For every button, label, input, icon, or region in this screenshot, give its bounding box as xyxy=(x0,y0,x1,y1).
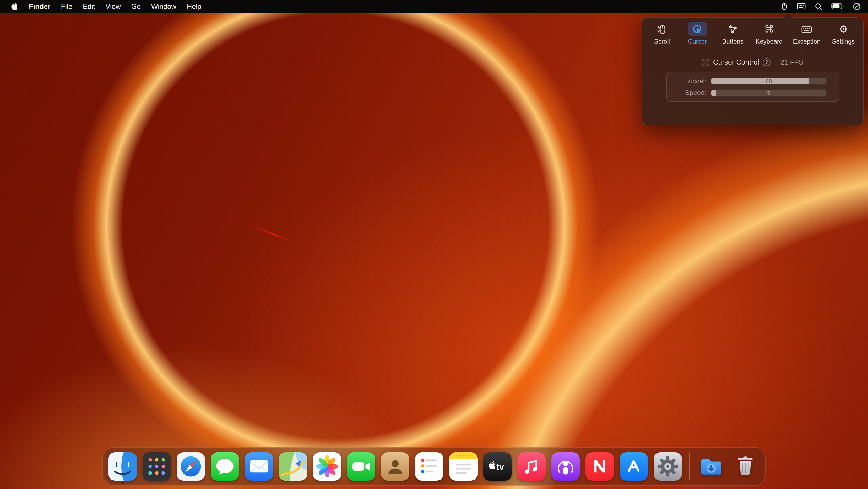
speed-value: 5 xyxy=(711,89,826,96)
dock: tv xyxy=(102,447,766,486)
gear-icon: ⚙ xyxy=(834,22,853,36)
dock-trash-icon[interactable] xyxy=(731,452,760,481)
menu-bar: Finder File Edit View Go Window Help xyxy=(0,0,868,12)
apple-logo-icon xyxy=(11,2,18,10)
mouse-status-icon[interactable] xyxy=(781,2,788,11)
speed-slider[interactable]: 5 xyxy=(711,89,827,96)
tab-cursor-label: Cursor xyxy=(688,38,707,45)
dock-finder-icon[interactable] xyxy=(108,452,137,481)
dock-separator xyxy=(689,453,690,480)
keyboard-icon xyxy=(797,22,816,36)
tab-exception-label: Exception xyxy=(793,38,820,45)
cursor-settings-group: Accel: 68 Speed: 5 xyxy=(666,72,839,102)
accel-row: Accel: 68 xyxy=(673,77,832,85)
cursor-control-row: Cursor Control ? 21 FPS xyxy=(642,58,863,66)
dock-facetime-icon[interactable] xyxy=(347,452,375,481)
tab-scroll[interactable]: Scroll xyxy=(649,22,675,45)
cursor-click-icon xyxy=(688,22,707,36)
app-menu-finder[interactable]: Finder xyxy=(24,2,56,10)
menu-help[interactable]: Help xyxy=(182,2,207,10)
search-icon[interactable] xyxy=(814,2,823,10)
menu-go[interactable]: Go xyxy=(126,2,146,10)
dock-downloads-folder-icon[interactable] xyxy=(697,452,725,481)
mouse-settings-popover: Scroll Cursor Buttons ⌘ Keyboard xyxy=(642,17,864,125)
input-source-icon[interactable] xyxy=(797,3,806,10)
dock-maps-icon[interactable] xyxy=(279,452,307,481)
cursor-control-label: Cursor Control xyxy=(713,58,759,66)
tab-cursor[interactable]: Cursor xyxy=(685,22,710,45)
finder-running-indicator xyxy=(122,482,124,484)
buttons-dots-icon xyxy=(723,22,742,36)
dock-notes-icon[interactable] xyxy=(449,452,477,481)
dock-launchpad-icon[interactable] xyxy=(143,452,171,481)
dock-app-store-icon[interactable] xyxy=(620,452,648,481)
menu-edit[interactable]: Edit xyxy=(78,2,100,10)
help-icon[interactable]: ? xyxy=(763,58,771,66)
dock-mail-icon[interactable] xyxy=(245,452,273,481)
popover-arrow xyxy=(784,13,794,18)
do-not-disturb-icon[interactable] xyxy=(853,2,861,10)
dock-podcasts-icon[interactable] xyxy=(551,452,580,481)
speed-label: Speed: xyxy=(673,89,707,96)
tab-scroll-label: Scroll xyxy=(654,38,670,45)
scroll-mouse-icon xyxy=(653,22,672,36)
tab-buttons-label: Buttons xyxy=(722,38,744,45)
tab-buttons[interactable]: Buttons xyxy=(720,22,745,45)
fps-readout: 21 FPS xyxy=(780,58,803,66)
svg-text:tv: tv xyxy=(496,462,504,472)
popover-tabs: Scroll Cursor Buttons ⌘ Keyboard xyxy=(642,18,863,47)
desktop: Finder File Edit View Go Window Help xyxy=(0,0,868,489)
menu-bar-status xyxy=(781,0,868,12)
cursor-control-checkbox[interactable] xyxy=(702,58,709,66)
accel-slider[interactable]: 68 xyxy=(711,77,827,85)
dock-system-settings-icon[interactable] xyxy=(654,452,682,481)
apple-menu[interactable] xyxy=(5,0,24,12)
accel-label: Accel: xyxy=(673,77,707,85)
speed-row: Speed: 5 xyxy=(673,89,832,96)
dock-contacts-icon[interactable] xyxy=(381,452,409,481)
menu-window[interactable]: Window xyxy=(146,2,182,10)
dock-safari-icon[interactable] xyxy=(177,452,205,481)
menu-bar-left: Finder File Edit View Go Window Help xyxy=(0,0,207,12)
battery-icon[interactable] xyxy=(831,3,844,9)
tab-keyboard[interactable]: ⌘ Keyboard xyxy=(755,22,782,45)
dock-reminders-icon[interactable] xyxy=(415,452,443,481)
menu-view[interactable]: View xyxy=(100,2,126,10)
dock-photos-icon[interactable] xyxy=(313,452,341,481)
accel-value: 68 xyxy=(711,78,826,85)
menu-file[interactable]: File xyxy=(56,2,78,10)
tab-settings-label: Settings xyxy=(832,38,855,45)
command-key-icon: ⌘ xyxy=(760,22,779,36)
tab-keyboard-label: Keyboard xyxy=(755,38,782,45)
dock-music-icon[interactable] xyxy=(517,452,546,481)
dock-tv-icon[interactable]: tv xyxy=(483,452,512,481)
dock-news-icon[interactable] xyxy=(586,452,614,481)
dock-messages-icon[interactable] xyxy=(211,452,239,481)
tab-settings[interactable]: ⚙ Settings xyxy=(831,22,856,45)
tab-exception[interactable]: Exception xyxy=(793,22,820,45)
